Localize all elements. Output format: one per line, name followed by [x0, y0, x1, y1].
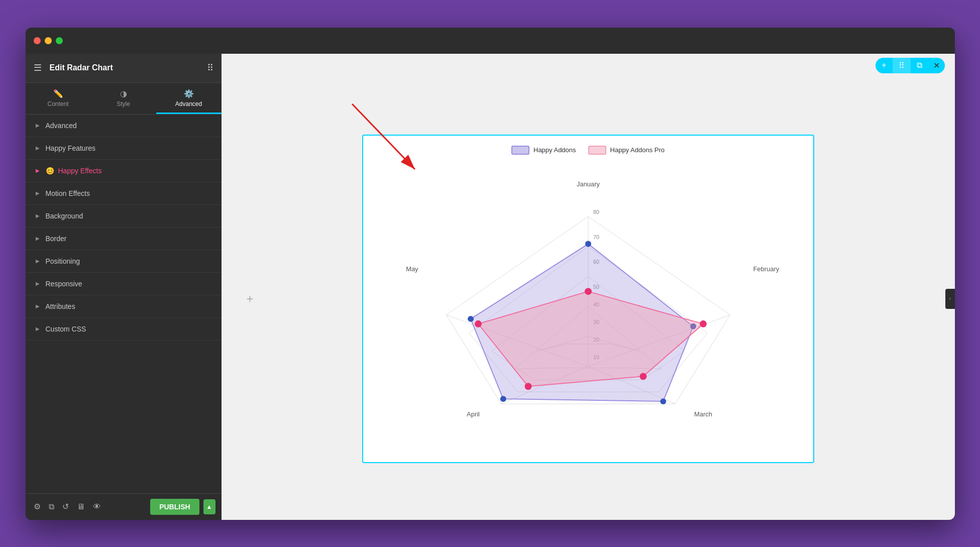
toolbar-grid-button[interactable]: ⠿ — [893, 58, 911, 73]
section-motion-effects-label: Motion Effects — [46, 189, 90, 197]
section-happy-effects-label: Happy Effects — [58, 167, 102, 175]
collapse-sidebar-button[interactable]: ‹ — [945, 289, 955, 309]
pink-dot-jan — [585, 288, 592, 295]
traffic-lights — [34, 37, 63, 44]
legend-label-pink: Happy Addons Pro — [610, 146, 665, 154]
chevron-border: ▶ — [36, 236, 40, 241]
minimize-button[interactable] — [45, 37, 52, 44]
chevron-attributes: ▶ — [36, 303, 40, 309]
section-positioning[interactable]: ▶ Positioning — [26, 250, 222, 273]
section-attributes[interactable]: ▶ Attributes — [26, 295, 222, 318]
section-advanced[interactable]: ▶ Advanced — [26, 115, 222, 137]
tab-advanced[interactable]: ⚙️ Advanced — [156, 83, 222, 114]
pink-dot-apr — [524, 383, 531, 390]
section-custom-css-label: Custom CSS — [46, 325, 86, 333]
widget-container: Happy Addons Happy Addons Pro January Fe… — [362, 135, 814, 463]
tab-style-label: Style — [117, 100, 130, 107]
legend-item-pink: Happy Addons Pro — [588, 146, 665, 155]
tab-advanced-label: Advanced — [175, 100, 202, 107]
svg-text:February: February — [753, 265, 779, 273]
section-border-label: Border — [46, 235, 67, 243]
toolbar-copy-button[interactable]: ⧉ — [911, 58, 928, 73]
chevron-happy-effects: ▶ — [36, 168, 40, 173]
section-attributes-label: Attributes — [46, 302, 75, 310]
chevron-motion-effects: ▶ — [36, 190, 40, 196]
section-happy-effects[interactable]: ▶ 😊 Happy Effects — [26, 160, 222, 182]
close-button[interactable] — [34, 37, 41, 44]
section-advanced-label: Advanced — [46, 122, 77, 130]
hamburger-icon[interactable]: ☰ — [34, 62, 42, 73]
canvas-toolbar: + ⠿ ⧉ ✕ — [222, 54, 955, 78]
chart-wrapper: January February March April May 80 70 6… — [373, 161, 803, 452]
blue-dot-jan — [585, 241, 591, 247]
grid-icon[interactable]: ⠿ — [207, 62, 213, 73]
sidebar-title: Edit Radar Chart — [50, 63, 207, 72]
blue-dot-mar — [660, 398, 666, 404]
pink-dot-mar — [639, 373, 646, 380]
happy-effects-emoji: 😊 — [46, 167, 54, 175]
legend-color-blue — [511, 146, 529, 155]
chevron-advanced: ▶ — [36, 123, 40, 128]
section-positioning-label: Positioning — [46, 257, 80, 265]
sidebar-header: ☰ Edit Radar Chart ⠿ — [26, 54, 222, 83]
toolbar-add-button[interactable]: + — [876, 58, 892, 73]
tab-content[interactable]: ✏️ Content — [26, 83, 91, 114]
pink-dot-feb — [699, 320, 706, 327]
content-icon: ✏️ — [53, 89, 63, 98]
preview-icon[interactable]: 👁 — [91, 500, 103, 513]
svg-text:80: 80 — [593, 208, 599, 214]
chevron-responsive: ▶ — [36, 281, 40, 286]
add-element-button[interactable]: + — [247, 292, 254, 306]
svg-text:70: 70 — [593, 234, 599, 240]
maximize-button[interactable] — [56, 37, 63, 44]
chevron-happy-features: ▶ — [36, 145, 40, 151]
svg-text:January: January — [577, 180, 600, 188]
radar-chart-svg: January February March April May 80 70 6… — [373, 161, 803, 452]
toolbar-close-button[interactable]: ✕ — [928, 58, 945, 73]
section-happy-features-label: Happy Features — [46, 144, 96, 152]
tab-style[interactable]: ◑ Style — [91, 83, 156, 114]
sidebar: ☰ Edit Radar Chart ⠿ ✏️ Content ◑ Style … — [26, 54, 222, 520]
chevron-background: ▶ — [36, 213, 40, 218]
sidebar-footer: ⚙ ⧉ ↺ 🖥 👁 PUBLISH ▲ — [26, 493, 222, 520]
svg-text:March: March — [694, 410, 712, 417]
chart-legend: Happy Addons Happy Addons Pro — [373, 146, 803, 155]
toolbar-pill: + ⠿ ⧉ ✕ — [876, 58, 944, 73]
canvas-content: + Happy Addons Happy Addons Pro — [222, 78, 955, 520]
section-custom-css[interactable]: ▶ Custom CSS — [26, 318, 222, 341]
legend-label-blue: Happy Addons — [533, 146, 576, 154]
layers-icon[interactable]: ⧉ — [47, 500, 56, 513]
section-happy-features[interactable]: ▶ Happy Features — [26, 137, 222, 160]
settings-icon[interactable]: ⚙ — [32, 500, 43, 513]
section-responsive[interactable]: ▶ Responsive — [26, 273, 222, 295]
section-motion-effects[interactable]: ▶ Motion Effects — [26, 182, 222, 205]
blue-dot-may — [468, 315, 474, 321]
section-border[interactable]: ▶ Border — [26, 228, 222, 250]
tabs: ✏️ Content ◑ Style ⚙️ Advanced — [26, 83, 222, 115]
publish-arrow-button[interactable]: ▲ — [203, 499, 215, 514]
section-background-label: Background — [46, 212, 83, 220]
legend-item-blue: Happy Addons — [511, 146, 576, 155]
history-icon[interactable]: ↺ — [60, 500, 71, 513]
responsive-icon[interactable]: 🖥 — [75, 500, 87, 513]
tab-content-label: Content — [47, 100, 68, 107]
publish-button[interactable]: PUBLISH — [150, 499, 199, 515]
pink-dot-may — [475, 320, 482, 327]
canvas-toolbar-right: + ⠿ ⧉ ✕ — [876, 58, 944, 73]
mac-window: ☰ Edit Radar Chart ⠿ ✏️ Content ◑ Style … — [26, 28, 955, 520]
chevron-positioning: ▶ — [36, 258, 40, 264]
main-area: ☰ Edit Radar Chart ⠿ ✏️ Content ◑ Style … — [26, 54, 955, 520]
title-bar — [26, 28, 955, 54]
section-background[interactable]: ▶ Background — [26, 205, 222, 228]
advanced-icon: ⚙️ — [184, 89, 194, 98]
legend-color-pink — [588, 146, 606, 155]
svg-text:April: April — [467, 410, 480, 417]
blue-dot-apr — [500, 396, 506, 402]
chevron-custom-css: ▶ — [36, 326, 40, 332]
section-responsive-label: Responsive — [46, 280, 82, 288]
style-icon: ◑ — [120, 89, 127, 98]
sidebar-sections: ▶ Advanced ▶ Happy Features ▶ 😊 Happy Ef… — [26, 115, 222, 493]
svg-text:May: May — [406, 265, 418, 273]
canvas-area: + ⠿ ⧉ ✕ + Happy Addons — [222, 54, 955, 520]
